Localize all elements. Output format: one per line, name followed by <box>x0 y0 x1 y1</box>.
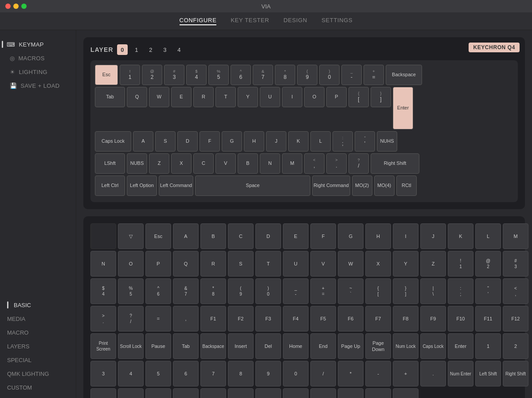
grid-key-lparen[interactable]: (9 <box>228 278 254 304</box>
grid-key-equals[interactable]: = <box>145 306 171 332</box>
grid-key-at[interactable]: @2 <box>475 251 501 277</box>
key-q[interactable]: Q <box>127 87 147 107</box>
grid-key-num2[interactable]: 2 <box>503 333 528 359</box>
grid-key-f[interactable]: F <box>310 223 336 249</box>
grid-key-esc[interactable]: Esc <box>145 223 171 249</box>
grid-key-num8[interactable]: 8 <box>228 361 254 386</box>
grid-key-exclaim[interactable]: !1 <box>448 251 473 277</box>
grid-key-pgdn[interactable]: Page Down <box>365 333 391 359</box>
grid-key-rparen[interactable]: )0 <box>255 278 281 304</box>
grid-key-v[interactable]: V <box>310 251 336 277</box>
key-semicolon[interactable]: :; <box>332 131 353 152</box>
key-f[interactable]: F <box>200 131 220 152</box>
grid-key-f11[interactable]: F11 <box>475 306 501 332</box>
grid-key-tilde[interactable]: ~` <box>338 278 364 304</box>
grid-key-bksp[interactable]: Backspace <box>200 333 226 359</box>
sidebar-cat-basic[interactable]: BASIC <box>0 298 76 312</box>
grid-key-z[interactable]: Z <box>420 251 446 277</box>
grid-key-s[interactable]: S <box>228 251 254 277</box>
key-space[interactable]: Space <box>195 176 310 196</box>
sidebar-cat-layers[interactable]: LAYERS <box>0 339 76 353</box>
grid-key-r[interactable]: R <box>200 251 226 277</box>
key-lbracket[interactable]: {[ <box>348 87 369 107</box>
key-rctl[interactable]: RCtl <box>396 176 417 196</box>
key-n[interactable]: N <box>260 153 280 174</box>
grid-key-m[interactable]: M <box>503 223 528 249</box>
key-enter[interactable]: Enter <box>393 87 413 129</box>
grid-key-t[interactable]: T <box>255 251 281 277</box>
key-5[interactable]: %5 <box>208 65 229 85</box>
key-d[interactable]: D <box>177 131 198 152</box>
grid-key-numplus[interactable]: + <box>393 361 419 386</box>
grid-key-num3[interactable]: 3 <box>90 361 116 386</box>
grid-key-q[interactable]: Q <box>173 251 199 277</box>
grid-key-f7[interactable]: F7 <box>365 306 391 332</box>
sidebar-item-keymap[interactable]: ⌨ KEYMAP <box>0 37 76 51</box>
key-1[interactable]: !1 <box>120 65 140 85</box>
sidebar-cat-media[interactable]: MEDIA <box>0 312 76 326</box>
sidebar-item-save-load[interactable]: 💾 SAVE + LOAD <box>0 79 76 93</box>
key-c[interactable]: C <box>193 153 214 174</box>
grid-key-end[interactable]: End <box>310 333 336 359</box>
key-comma[interactable]: <, <box>304 153 325 174</box>
grid-key-l[interactable]: L <box>475 223 501 249</box>
key-b[interactable]: B <box>238 153 258 174</box>
grid-key-rshift[interactable]: Right Shift <box>503 361 528 386</box>
layer-btn-2[interactable]: 2 <box>145 44 156 55</box>
grid-key-capslk[interactable]: Caps Lock <box>420 333 446 359</box>
grid-key-numdot[interactable]: . <box>420 361 446 386</box>
key-rbracket[interactable]: }] <box>371 87 391 107</box>
minimize-button[interactable] <box>13 4 19 9</box>
key-3[interactable]: #3 <box>164 65 184 85</box>
maximize-button[interactable] <box>21 4 27 9</box>
grid-key-rctrl[interactable]: Right Ctrl <box>118 388 144 398</box>
key-s[interactable]: S <box>155 131 176 152</box>
key-k[interactable]: K <box>288 131 309 152</box>
key-7[interactable]: &7 <box>253 65 273 85</box>
key-mo2[interactable]: MO(2) <box>352 176 372 196</box>
grid-key-home[interactable]: Home <box>283 333 309 359</box>
key-2[interactable]: @2 <box>142 65 162 85</box>
grid-key-pgup[interactable]: Page Up <box>338 333 364 359</box>
grid-key-lbrace[interactable]: {[ <box>365 278 391 304</box>
grid-key-comma[interactable]: , <box>173 306 199 332</box>
grid-key-f12[interactable]: F12 <box>503 306 528 332</box>
grid-key-trns[interactable]: ▽ <box>118 223 144 249</box>
grid-key-e[interactable]: E <box>283 223 309 249</box>
grid-key-dollar[interactable]: $4 <box>90 278 116 304</box>
key-g[interactable]: G <box>222 131 242 152</box>
grid-key-num6[interactable]: 6 <box>173 361 199 386</box>
grid-key-colon[interactable]: :; <box>448 278 473 304</box>
sidebar-cat-special[interactable]: SPECIAL <box>0 353 76 367</box>
grid-key-gt[interactable]: >. <box>90 306 116 332</box>
grid-key-numlk[interactable]: Num Lock <box>393 333 419 359</box>
grid-key-f10[interactable]: F10 <box>448 306 473 332</box>
grid-key-question[interactable]: ?/ <box>118 306 144 332</box>
nav-configure[interactable]: CONFIGURE <box>180 17 217 25</box>
grid-key-rwin[interactable]: Right Win <box>173 388 199 398</box>
key-w[interactable]: W <box>149 87 169 107</box>
grid-key-pipe[interactable]: |\ <box>420 278 446 304</box>
grid-key-num5[interactable]: 5 <box>145 361 171 386</box>
grid-key-dquote[interactable]: "' <box>475 278 501 304</box>
key-left-command[interactable]: Left Command <box>159 176 193 196</box>
nav-settings[interactable]: SETTINGS <box>321 17 352 25</box>
grid-key-lshift[interactable]: Left Shift <box>475 361 501 386</box>
grid-key-rbrace[interactable]: }] <box>393 278 419 304</box>
grid-key-del[interactable]: Del <box>255 333 281 359</box>
key-r[interactable]: R <box>193 87 214 107</box>
key-lctrl[interactable]: Left Ctrl <box>95 176 125 196</box>
grid-key-f4[interactable]: F4 <box>283 306 309 332</box>
key-o[interactable]: O <box>304 87 325 107</box>
key-quote[interactable]: "' <box>355 131 375 152</box>
key-equals[interactable]: += <box>364 65 384 85</box>
key-9[interactable]: (9 <box>297 65 317 85</box>
grid-key-numslash[interactable]: / <box>310 361 336 386</box>
key-left-option[interactable]: Left Option <box>127 176 157 196</box>
grid-key-prtscr[interactable]: Print Screen <box>90 333 116 359</box>
sidebar-item-macros[interactable]: ◎ MACROS <box>0 51 76 65</box>
key-t[interactable]: T <box>215 87 236 107</box>
nav-key-tester[interactable]: KEY TESTER <box>231 17 269 25</box>
layer-btn-0[interactable]: 0 <box>117 44 128 55</box>
grid-key-space[interactable]: Space <box>255 388 281 398</box>
